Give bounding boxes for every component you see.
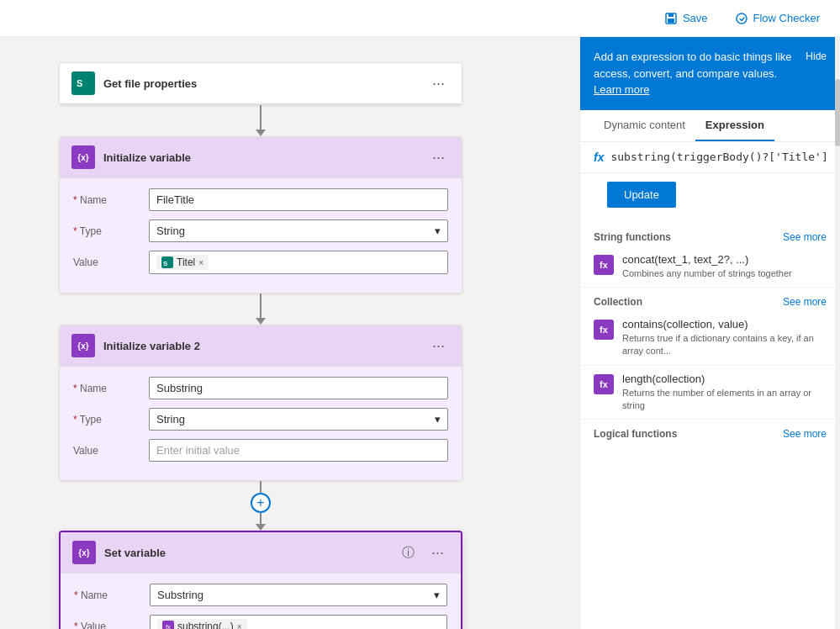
func-info-concat: concat(text_1, text_2?, ...) Combines an… bbox=[622, 253, 792, 280]
func-info-length: length(collection) Returns the number of… bbox=[622, 373, 827, 413]
field-name-label-1: Name bbox=[73, 194, 140, 206]
card-init-var-1: {x} Initialize variable ··· Name Type St… bbox=[59, 136, 462, 293]
field-type-value-2: String bbox=[156, 413, 185, 426]
field-value-chip-input-3[interactable]: fx substring(...) × bbox=[150, 615, 447, 629]
card-init-var-2-menu[interactable]: ··· bbox=[427, 336, 450, 357]
field-value-chip-input-1[interactable]: S Titel × bbox=[149, 251, 448, 274]
flow-checker-icon bbox=[735, 12, 748, 25]
update-button[interactable]: Update bbox=[607, 182, 676, 208]
field-name-label-3: Name bbox=[74, 589, 141, 601]
card-set-var-menu[interactable]: ··· bbox=[426, 542, 449, 563]
card-set-var-body: Name Substring ▾ Value fx substring(...)… bbox=[61, 574, 461, 629]
section-collection: Collection See more bbox=[580, 288, 840, 311]
right-panel: Add an expression to do basic things lik… bbox=[579, 37, 840, 629]
field-name-value-3: Substring bbox=[157, 589, 203, 601]
toolbar: Save Flow Checker bbox=[0, 0, 840, 37]
func-item-concat[interactable]: fx concat(text_1, text_2?, ...) Combines… bbox=[580, 246, 840, 288]
panel-content: String functions See more fx concat(text… bbox=[580, 223, 840, 630]
variable-icon-3: {x} bbox=[72, 541, 96, 564]
card-set-var-header: {x} Set variable ⓘ ··· bbox=[61, 532, 461, 574]
flow-canvas: S Get file properties ··· {x} Initialize… bbox=[0, 37, 521, 629]
string-functions-see-more[interactable]: See more bbox=[783, 231, 827, 243]
field-type-1: Type String ▾ bbox=[73, 219, 448, 242]
field-name-2: Name bbox=[73, 377, 448, 399]
substring-chip: fx substring(...) × bbox=[157, 619, 247, 629]
field-value-label-3: Value bbox=[74, 621, 141, 629]
save-button[interactable]: Save bbox=[658, 8, 715, 29]
scrollbar-track bbox=[835, 37, 840, 629]
field-name-input-2[interactable] bbox=[149, 377, 448, 399]
plus-connector-1: + bbox=[251, 481, 271, 531]
panel-header: Add an expression to do basic things lik… bbox=[580, 37, 840, 110]
chip-text-titel: Titel bbox=[177, 256, 195, 268]
chevron-down-icon-1: ▾ bbox=[435, 225, 441, 237]
variable-icon-2: {x} bbox=[71, 334, 95, 357]
expression-input-area: fx bbox=[580, 142, 840, 173]
chip-text-substring: substring(...) bbox=[177, 621, 234, 629]
card-init-var-2: {x} Initialize variable 2 ··· Name Type … bbox=[59, 325, 462, 481]
func-name-concat: concat(text_1, text_2?, ...) bbox=[622, 253, 792, 266]
func-desc-concat: Combines any number of strings together bbox=[622, 267, 792, 280]
arrow-down-2 bbox=[256, 318, 266, 325]
func-icon-length: fx bbox=[594, 374, 614, 394]
field-name-select-3[interactable]: Substring ▾ bbox=[150, 584, 447, 606]
chip-close-3[interactable]: × bbox=[237, 622, 242, 630]
svg-text:S: S bbox=[163, 260, 168, 267]
card-get-file-props-menu[interactable]: ··· bbox=[427, 73, 450, 94]
field-type-select-1[interactable]: String ▾ bbox=[149, 219, 448, 242]
info-icon[interactable]: ⓘ bbox=[402, 545, 415, 561]
tab-expression[interactable]: Expression bbox=[695, 110, 774, 141]
card-set-var-title: Set variable bbox=[104, 547, 394, 559]
tab-expression-label: Expression bbox=[705, 119, 764, 131]
field-value-label-2: Value bbox=[73, 445, 140, 457]
chevron-down-icon-2: ▾ bbox=[435, 413, 441, 426]
connector-1 bbox=[256, 105, 266, 136]
tab-dynamic-content-label: Dynamic content bbox=[604, 119, 685, 131]
string-functions-label: String functions bbox=[594, 231, 671, 243]
arrow-line-1 bbox=[260, 105, 262, 130]
learn-more-link[interactable]: Learn more bbox=[594, 83, 649, 96]
field-name-input-1[interactable] bbox=[149, 188, 448, 211]
titel-chip: S Titel × bbox=[156, 255, 209, 270]
sharepoint-icon-1: S bbox=[71, 71, 95, 95]
chip-sharepoint-icon: S bbox=[161, 256, 173, 268]
chip-fx-icon: fx bbox=[162, 621, 174, 629]
arrow-line-4 bbox=[260, 513, 262, 525]
card-init-var-1-body: Name Type String ▾ Value S Titel bbox=[60, 178, 462, 293]
svg-point-3 bbox=[737, 13, 747, 24]
field-value-placeholder-2[interactable]: Enter initial value bbox=[149, 439, 448, 462]
func-icon-concat: fx bbox=[594, 255, 614, 275]
svg-text:S: S bbox=[77, 78, 82, 88]
func-item-contains[interactable]: fx contains(collection, value) Returns t… bbox=[580, 311, 840, 366]
add-step-btn-1[interactable]: + bbox=[251, 493, 271, 513]
func-item-length[interactable]: fx length(collection) Returns the number… bbox=[580, 366, 840, 420]
collection-see-more[interactable]: See more bbox=[783, 296, 827, 308]
card-init-var-1-menu[interactable]: ··· bbox=[427, 147, 450, 168]
panel-header-text: Add an expression to do basic things lik… bbox=[594, 49, 797, 98]
field-value-label-1: Value bbox=[73, 256, 140, 268]
card-init-var-2-body: Name Type String ▾ Value Enter initial v… bbox=[60, 367, 462, 480]
func-icon-contains: fx bbox=[594, 320, 614, 340]
flow-checker-button[interactable]: Flow Checker bbox=[728, 8, 827, 29]
arrow-line-3 bbox=[260, 481, 262, 493]
field-type-value-1: String bbox=[156, 225, 185, 237]
panel-header-description: Add an expression to do basic things lik… bbox=[594, 50, 792, 80]
field-type-label-2: Type bbox=[73, 414, 140, 426]
update-btn-container: Update bbox=[580, 173, 840, 223]
card-init-var-2-title: Initialize variable 2 bbox=[103, 340, 419, 352]
card-init-var-1-header: {x} Initialize variable ··· bbox=[60, 137, 462, 178]
section-logical-functions: Logical functions See more bbox=[580, 420, 840, 443]
func-info-contains: contains(collection, value) Returns true… bbox=[622, 318, 827, 358]
chevron-down-icon-3: ▾ bbox=[434, 589, 440, 601]
expression-input[interactable] bbox=[610, 151, 827, 163]
field-type-select-2[interactable]: String ▾ bbox=[149, 408, 448, 431]
section-string-functions: String functions See more bbox=[580, 223, 840, 246]
svg-rect-1 bbox=[668, 13, 674, 17]
flow-checker-label: Flow Checker bbox=[753, 12, 820, 24]
arrow-down-1 bbox=[256, 130, 266, 136]
scrollbar-thumb[interactable] bbox=[835, 79, 840, 146]
logical-functions-see-more[interactable]: See more bbox=[783, 428, 827, 440]
chip-close-1[interactable]: × bbox=[198, 258, 203, 267]
panel-hide-button[interactable]: Hide bbox=[806, 49, 827, 64]
tab-dynamic-content[interactable]: Dynamic content bbox=[594, 110, 695, 141]
